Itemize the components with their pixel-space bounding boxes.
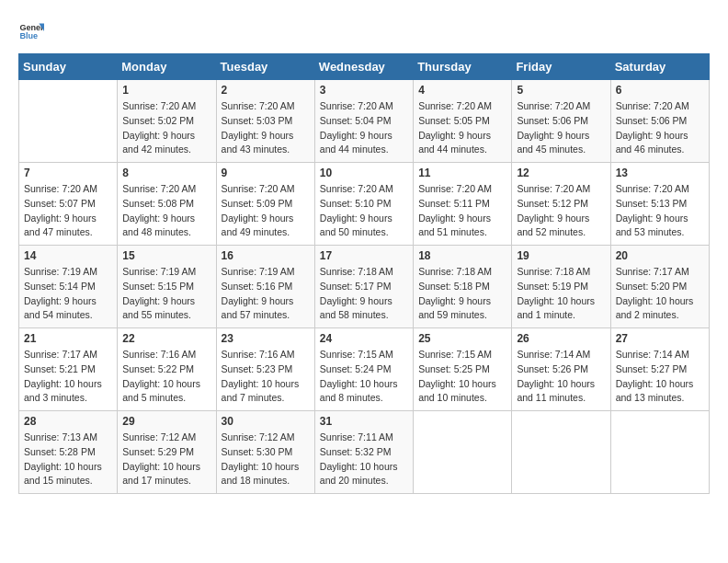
day-cell: 31 Sunrise: 7:11 AMSunset: 5:32 PMDaylig… <box>314 411 413 494</box>
day-cell: 11 Sunrise: 7:20 AMSunset: 5:11 PMDaylig… <box>414 163 512 246</box>
day-info: Sunrise: 7:11 AMSunset: 5:32 PMDaylight:… <box>320 431 408 488</box>
day-info: Sunrise: 7:15 AMSunset: 5:24 PMDaylight:… <box>320 348 408 406</box>
day-number: 15 <box>122 249 210 262</box>
day-info: Sunrise: 7:18 AMSunset: 5:18 PMDaylight:… <box>418 265 506 323</box>
day-info: Sunrise: 7:20 AMSunset: 5:10 PMDaylight:… <box>320 182 408 240</box>
logo: General Blue <box>18 18 48 44</box>
day-info: Sunrise: 7:20 AMSunset: 5:09 PMDaylight:… <box>222 182 310 240</box>
day-cell: 21 Sunrise: 7:17 AMSunset: 5:21 PMDaylig… <box>19 328 118 411</box>
day-info: Sunrise: 7:15 AMSunset: 5:25 PMDaylight:… <box>418 348 506 406</box>
week-row-2: 7 Sunrise: 7:20 AMSunset: 5:07 PMDayligh… <box>19 163 710 246</box>
day-cell: 29 Sunrise: 7:12 AMSunset: 5:29 PMDaylig… <box>118 411 216 494</box>
day-info: Sunrise: 7:12 AMSunset: 5:29 PMDaylight:… <box>122 431 210 488</box>
day-info: Sunrise: 7:20 AMSunset: 5:12 PMDaylight:… <box>517 182 605 240</box>
day-number: 17 <box>320 249 408 262</box>
day-info: Sunrise: 7:19 AMSunset: 5:14 PMDaylight:… <box>24 265 112 323</box>
day-number: 1 <box>122 84 210 97</box>
header-row: SundayMondayTuesdayWednesdayThursdayFrid… <box>19 54 710 80</box>
day-info: Sunrise: 7:17 AMSunset: 5:20 PMDaylight:… <box>616 265 704 323</box>
day-cell: 18 Sunrise: 7:18 AMSunset: 5:18 PMDaylig… <box>414 246 512 328</box>
svg-text:Blue: Blue <box>19 31 38 40</box>
day-cell: 22 Sunrise: 7:16 AMSunset: 5:22 PMDaylig… <box>118 328 216 411</box>
calendar-table: SundayMondayTuesdayWednesdayThursdayFrid… <box>18 53 710 494</box>
day-cell: 25 Sunrise: 7:15 AMSunset: 5:25 PMDaylig… <box>414 328 512 411</box>
day-cell <box>414 411 512 494</box>
day-info: Sunrise: 7:20 AMSunset: 5:03 PMDaylight:… <box>222 99 310 157</box>
day-number: 29 <box>122 415 210 428</box>
day-cell: 14 Sunrise: 7:19 AMSunset: 5:14 PMDaylig… <box>19 246 118 328</box>
day-cell: 4 Sunrise: 7:20 AMSunset: 5:05 PMDayligh… <box>414 80 512 163</box>
page-header: General Blue <box>18 18 710 44</box>
day-info: Sunrise: 7:20 AMSunset: 5:13 PMDaylight:… <box>616 182 704 240</box>
day-cell: 15 Sunrise: 7:19 AMSunset: 5:15 PMDaylig… <box>118 246 216 328</box>
day-info: Sunrise: 7:19 AMSunset: 5:15 PMDaylight:… <box>122 265 210 323</box>
day-cell: 17 Sunrise: 7:18 AMSunset: 5:17 PMDaylig… <box>314 246 413 328</box>
week-row-1: 1 Sunrise: 7:20 AMSunset: 5:02 PMDayligh… <box>19 80 710 163</box>
day-number: 24 <box>320 332 408 345</box>
day-number: 2 <box>222 84 310 97</box>
day-cell: 23 Sunrise: 7:16 AMSunset: 5:23 PMDaylig… <box>216 328 314 411</box>
day-info: Sunrise: 7:19 AMSunset: 5:16 PMDaylight:… <box>222 265 310 323</box>
day-number: 8 <box>122 167 210 179</box>
day-number: 31 <box>320 415 408 428</box>
day-cell: 12 Sunrise: 7:20 AMSunset: 5:12 PMDaylig… <box>512 163 610 246</box>
day-info: Sunrise: 7:20 AMSunset: 5:06 PMDaylight:… <box>616 99 704 157</box>
day-number: 6 <box>616 84 704 97</box>
day-info: Sunrise: 7:16 AMSunset: 5:22 PMDaylight:… <box>122 348 210 406</box>
day-info: Sunrise: 7:14 AMSunset: 5:27 PMDaylight:… <box>616 348 704 406</box>
day-cell: 2 Sunrise: 7:20 AMSunset: 5:03 PMDayligh… <box>216 80 314 163</box>
day-cell: 30 Sunrise: 7:12 AMSunset: 5:30 PMDaylig… <box>216 411 314 494</box>
day-cell: 6 Sunrise: 7:20 AMSunset: 5:06 PMDayligh… <box>610 80 709 163</box>
day-info: Sunrise: 7:20 AMSunset: 5:11 PMDaylight:… <box>418 182 506 240</box>
day-info: Sunrise: 7:12 AMSunset: 5:30 PMDaylight:… <box>222 431 310 488</box>
day-cell <box>19 80 118 163</box>
day-info: Sunrise: 7:20 AMSunset: 5:02 PMDaylight:… <box>122 99 210 157</box>
day-number: 27 <box>616 332 704 345</box>
day-cell: 3 Sunrise: 7:20 AMSunset: 5:04 PMDayligh… <box>314 80 413 163</box>
day-number: 5 <box>517 84 605 97</box>
day-info: Sunrise: 7:20 AMSunset: 5:07 PMDaylight:… <box>24 182 112 240</box>
logo-icon: General Blue <box>18 18 44 44</box>
day-number: 7 <box>24 167 112 179</box>
day-number: 22 <box>122 332 210 345</box>
day-cell: 13 Sunrise: 7:20 AMSunset: 5:13 PMDaylig… <box>610 163 709 246</box>
day-number: 25 <box>418 332 506 345</box>
day-number: 11 <box>418 167 506 179</box>
day-cell: 8 Sunrise: 7:20 AMSunset: 5:08 PMDayligh… <box>118 163 216 246</box>
day-number: 14 <box>24 249 112 262</box>
day-number: 4 <box>418 84 506 97</box>
day-number: 26 <box>517 332 605 345</box>
day-number: 28 <box>24 415 112 428</box>
day-info: Sunrise: 7:14 AMSunset: 5:26 PMDaylight:… <box>517 348 605 406</box>
header-wednesday: Wednesday <box>314 54 413 80</box>
header-sunday: Sunday <box>19 54 118 80</box>
day-number: 19 <box>517 249 605 262</box>
day-number: 30 <box>222 415 310 428</box>
day-info: Sunrise: 7:20 AMSunset: 5:04 PMDaylight:… <box>320 99 408 157</box>
day-info: Sunrise: 7:18 AMSunset: 5:19 PMDaylight:… <box>517 265 605 323</box>
day-cell: 24 Sunrise: 7:15 AMSunset: 5:24 PMDaylig… <box>314 328 413 411</box>
week-row-4: 21 Sunrise: 7:17 AMSunset: 5:21 PMDaylig… <box>19 328 710 411</box>
day-number: 23 <box>222 332 310 345</box>
day-cell: 28 Sunrise: 7:13 AMSunset: 5:28 PMDaylig… <box>19 411 118 494</box>
day-cell: 27 Sunrise: 7:14 AMSunset: 5:27 PMDaylig… <box>610 328 709 411</box>
day-cell: 10 Sunrise: 7:20 AMSunset: 5:10 PMDaylig… <box>314 163 413 246</box>
day-number: 16 <box>222 249 310 262</box>
day-cell: 7 Sunrise: 7:20 AMSunset: 5:07 PMDayligh… <box>19 163 118 246</box>
header-saturday: Saturday <box>610 54 709 80</box>
day-info: Sunrise: 7:20 AMSunset: 5:08 PMDaylight:… <box>122 182 210 240</box>
day-info: Sunrise: 7:20 AMSunset: 5:05 PMDaylight:… <box>418 99 506 157</box>
week-row-3: 14 Sunrise: 7:19 AMSunset: 5:14 PMDaylig… <box>19 246 710 328</box>
week-row-5: 28 Sunrise: 7:13 AMSunset: 5:28 PMDaylig… <box>19 411 710 494</box>
day-cell: 1 Sunrise: 7:20 AMSunset: 5:02 PMDayligh… <box>118 80 216 163</box>
day-cell: 19 Sunrise: 7:18 AMSunset: 5:19 PMDaylig… <box>512 246 610 328</box>
day-cell <box>610 411 709 494</box>
day-number: 9 <box>222 167 310 179</box>
day-cell <box>512 411 610 494</box>
day-cell: 16 Sunrise: 7:19 AMSunset: 5:16 PMDaylig… <box>216 246 314 328</box>
day-cell: 5 Sunrise: 7:20 AMSunset: 5:06 PMDayligh… <box>512 80 610 163</box>
day-number: 18 <box>418 249 506 262</box>
header-friday: Friday <box>512 54 610 80</box>
day-cell: 20 Sunrise: 7:17 AMSunset: 5:20 PMDaylig… <box>610 246 709 328</box>
day-info: Sunrise: 7:18 AMSunset: 5:17 PMDaylight:… <box>320 265 408 323</box>
